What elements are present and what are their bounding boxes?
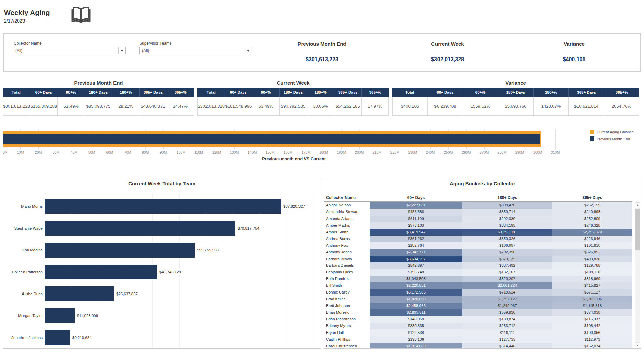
aging-bucket-cell[interactable]: $240,898 xyxy=(552,209,632,216)
table-row[interactable]: Beth Ramirez$1,043,505$820,207$318,969 xyxy=(324,276,632,282)
aging-bucket-cell[interactable]: $101,810 xyxy=(552,242,632,249)
aging-bucket-cell[interactable]: $330,335 xyxy=(370,323,462,329)
aging-bucket-cell[interactable]: $132,167 xyxy=(462,269,552,276)
aging-bucket-cell[interactable]: $105,442 xyxy=(552,323,632,329)
aging-bucket-cell[interactable]: $2,392,370 xyxy=(552,229,632,236)
table-row[interactable]: Bill Smith$2,220,831$2,061,224$415,827 xyxy=(324,282,632,289)
table-row[interactable]: Brian Moreno$2,893,511$559,830$374,038 xyxy=(324,309,632,316)
collector-filter-dropdown[interactable]: (All) xyxy=(13,47,126,54)
aging-bucket-cell[interactable]: $1,249,937 xyxy=(462,303,552,309)
team-bar[interactable] xyxy=(45,330,70,345)
table-row[interactable]: Anthony Jones$2,342,771$702,396$626,852 xyxy=(324,249,632,256)
table-row[interactable]: Anthony Fox$182,764$106,997$101,810 xyxy=(324,242,632,249)
aging-bucket-cell[interactable]: $3,172,585 xyxy=(370,289,462,296)
table-row[interactable]: Amber Smith$3,419,547$3,293,981$2,392,37… xyxy=(324,229,632,236)
aging-bucket-cell[interactable]: $820,207 xyxy=(462,276,552,282)
table-row[interactable]: Brett Johnson$2,458,966$1,249,937$1,115,… xyxy=(324,303,632,309)
table-row[interactable]: Bonnie Carey$3,172,585$718,624$571,127 xyxy=(324,289,632,296)
aging-bucket-cell[interactable]: $1,257,127 xyxy=(462,296,552,303)
aging-bucket-cell[interactable]: $116,111 xyxy=(462,329,552,336)
table-row[interactable]: Benjamin Hicks$196,748$132,167$109,110 xyxy=(324,269,632,276)
table-row[interactable]: Barbara Daniels$542,897$337,492$129,788 xyxy=(324,262,632,269)
aging-bucket-cell[interactable]: $626,852 xyxy=(552,249,632,256)
aging-bucket-cell[interactable]: $246,328 xyxy=(552,222,632,229)
aging-bucket-cell[interactable]: $116,037 xyxy=(552,316,632,323)
aging-bucket-cell[interactable]: $127,733 xyxy=(462,336,552,343)
legend-item-previous[interactable]: Previous Month End xyxy=(590,136,644,141)
team-bar[interactable] xyxy=(45,221,235,236)
aging-bucket-cell[interactable]: $611,109 xyxy=(370,216,462,222)
aging-bucket-cell[interactable]: $2,893,511 xyxy=(370,309,462,316)
aging-bucket-cell[interactable]: $488,886 xyxy=(370,209,462,216)
aging-bucket-cell[interactable]: $1,914,689 xyxy=(370,343,462,349)
aging-bucket-cell[interactable]: $542,897 xyxy=(370,262,462,269)
aging-bucket-cell[interactable]: $223,946 xyxy=(552,236,632,242)
aging-bucket-cell[interactable]: $2,458,966 xyxy=(370,303,462,309)
table-row[interactable]: Amanda Adams$611,109$292,030$252,809 xyxy=(324,216,632,222)
scrollbar-thumb[interactable] xyxy=(635,209,640,250)
table-row[interactable]: Bryan Hall$122,538$116,111$100,056 xyxy=(324,329,632,336)
aging-bucket-cell[interactable]: $314,440 xyxy=(462,343,552,349)
aging-bucket-cell[interactable]: $571,127 xyxy=(552,289,632,296)
aging-bucket-cell[interactable]: $106,997 xyxy=(462,242,552,249)
aging-bucket-cell[interactable]: $262,159 xyxy=(552,202,632,209)
table-row[interactable]: Brittany Myers$330,335$253,712$105,442 xyxy=(324,323,632,329)
aging-bucket-cell[interactable]: $870,135 xyxy=(462,256,552,263)
aging-bucket-cell[interactable]: $182,764 xyxy=(370,242,462,249)
aging-bucket-cell[interactable]: $193,136 xyxy=(370,336,462,343)
aging-bucket-cell[interactable]: $1,115,818 xyxy=(552,303,632,309)
team-bar[interactable] xyxy=(45,243,195,258)
aging-bucket-cell[interactable]: $292,030 xyxy=(462,216,552,222)
aging-bucket-cell[interactable]: $1,043,505 xyxy=(370,276,462,282)
table-row[interactable]: Caitlin Phillips$193,136$127,733$112,973 xyxy=(324,336,632,343)
aging-bucket-cell[interactable]: $100,056 xyxy=(552,329,632,336)
aging-bucket-cell[interactable]: $334,193 xyxy=(462,222,552,229)
aging-bucket-cell[interactable]: $2,342,771 xyxy=(370,249,462,256)
aging-bucket-cell[interactable]: $702,396 xyxy=(462,249,552,256)
scroll-down-icon[interactable] xyxy=(635,342,640,348)
aging-bucket-cell[interactable]: $337,492 xyxy=(462,262,552,269)
aging-bucket-cell[interactable]: $109,110 xyxy=(552,269,632,276)
aging-bucket-cell[interactable]: $1,820,050 xyxy=(370,296,462,303)
team-bar[interactable] xyxy=(45,308,75,323)
table-row[interactable]: Andrea Burns$861,262$350,326$223,946 xyxy=(324,236,632,242)
aging-bucket-cell[interactable]: $374,038 xyxy=(552,309,632,316)
table-row[interactable]: Barbara Brown$3,634,297$870,135$493,830 xyxy=(324,256,632,263)
vertical-scrollbar[interactable] xyxy=(635,202,640,348)
chevron-down-icon[interactable] xyxy=(118,47,125,54)
aging-bucket-cell[interactable]: $129,788 xyxy=(552,262,632,269)
aging-bucket-cell[interactable]: $373,103 xyxy=(370,222,462,229)
scroll-up-icon[interactable] xyxy=(635,202,640,208)
table-row[interactable]: Brad Keller$1,820,050$1,257,127$1,203,90… xyxy=(324,296,632,303)
aging-bucket-cell[interactable]: $3,419,547 xyxy=(370,229,462,236)
aging-bucket-cell[interactable]: $2,220,831 xyxy=(370,282,462,289)
aging-bucket-cell[interactable]: $3,293,981 xyxy=(462,229,552,236)
aging-bucket-cell[interactable]: $122,538 xyxy=(370,329,462,336)
aging-bucket-cell[interactable]: $350,714 xyxy=(462,209,552,216)
aging-bucket-cell[interactable]: $1,203,906 xyxy=(552,296,632,303)
comparison-bar-previous[interactable] xyxy=(3,134,540,144)
team-bar[interactable] xyxy=(45,286,114,301)
table-row[interactable]: Carol Christensen$1,914,689$314,440$152,… xyxy=(324,343,632,349)
aging-bucket-cell[interactable]: $898,476 xyxy=(462,202,552,209)
team-bar[interactable] xyxy=(45,199,281,214)
aging-bucket-cell[interactable]: $559,830 xyxy=(462,309,552,316)
aging-bucket-cell[interactable]: $318,969 xyxy=(552,276,632,282)
aging-bucket-cell[interactable]: $252,809 xyxy=(552,216,632,222)
aging-bucket-cell[interactable]: $139,874 xyxy=(462,316,552,323)
legend-item-current[interactable]: Current Aging Balance xyxy=(590,130,644,134)
team-bar[interactable] xyxy=(45,265,157,279)
aging-bucket-cell[interactable]: $2,227,631 xyxy=(370,202,462,209)
aging-bucket-cell[interactable]: $718,624 xyxy=(462,289,552,296)
table-row[interactable]: Abigail Nelson$2,227,631$898,476$262,159 xyxy=(324,202,632,209)
aging-bucket-cell[interactable]: $493,830 xyxy=(552,256,632,263)
aging-bucket-cell[interactable]: $415,827 xyxy=(552,282,632,289)
aging-bucket-cell[interactable]: $3,634,297 xyxy=(370,256,462,263)
aging-bucket-cell[interactable]: $152,074 xyxy=(552,343,632,349)
aging-bucket-cell[interactable]: $350,326 xyxy=(462,236,552,242)
supervisor-filter-dropdown[interactable]: (All) xyxy=(139,47,252,54)
aging-bucket-cell[interactable]: $148,058 xyxy=(370,316,462,323)
table-row[interactable]: Amber Mathis$373,103$334,193$246,328 xyxy=(324,222,632,229)
aging-bucket-cell[interactable]: $861,262 xyxy=(370,236,462,242)
aging-bucket-cell[interactable]: $2,061,224 xyxy=(462,282,552,289)
